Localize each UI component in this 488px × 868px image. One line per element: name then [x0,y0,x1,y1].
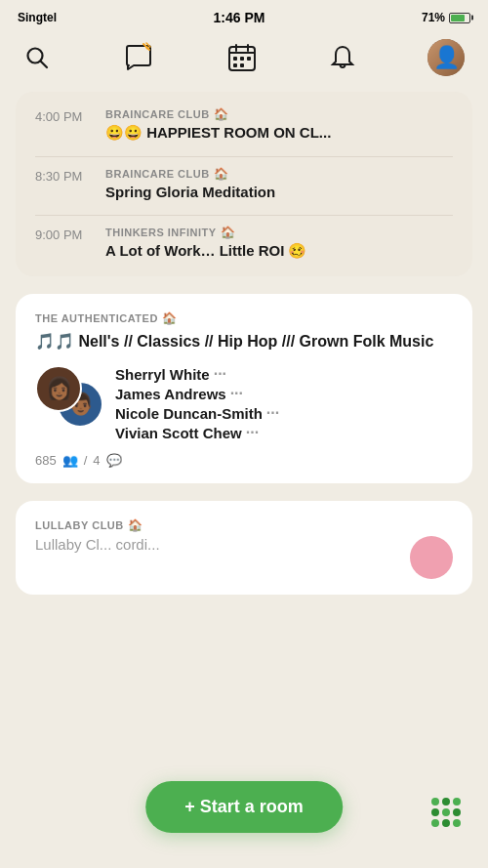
lullaby-speaker-avatar [410,536,453,579]
speakers-avatars: 👩🏾 👨🏾 [35,365,103,428]
battery-text: 71% [422,11,470,24]
room-meta: 685 👥 / 4 💬 [35,453,453,468]
calendar-button[interactable] [226,42,258,73]
dot [431,798,439,806]
speaker-name: Nicole Duncan-Smith ··· [115,404,453,422]
speaker-avatar: 👩🏾 [35,365,82,412]
avatar-button[interactable] [427,39,465,76]
dot [431,808,439,816]
scheduled-room-item[interactable]: 4:00 PM BRAINCARE CLUB 🏠 😀😀 HAPPIEST ROO… [35,107,453,143]
lullaby-room-card[interactable]: LULLABY CLUB 🏠 Lullaby Cl... cordi... [16,501,472,595]
schedule-divider [35,215,453,216]
authenticated-room-card[interactable]: THE AUTHENTICATED 🏠 🎵🎵 Nell's // Classic… [16,294,472,484]
compose-button[interactable] [122,42,155,73]
start-room-button[interactable]: + Start a room [145,781,343,833]
schedule-content: BRAINCARE CLUB 🏠 😀😀 HAPPIEST ROOM ON CL.… [105,107,453,143]
dot [431,819,439,827]
schedule-club: THINKERS INFINITY 🏠 [105,226,453,239]
house-icon: 🏠 [162,311,178,325]
svg-rect-10 [233,63,237,67]
dot [442,808,450,816]
status-bar: Singtel 1:46 PM 71% [0,0,488,31]
svg-rect-9 [247,57,251,61]
house-icon: 🏠 [128,518,143,532]
schedule-club: BRAINCARE CLUB 🏠 [105,107,453,121]
svg-rect-8 [240,57,244,61]
schedule-title: A Lot of Work… Little ROI 🥴 [105,241,453,261]
lullaby-content: LULLABY CLUB 🏠 Lullaby Cl... cordi... [35,518,453,579]
speaker-dots: ··· [230,385,243,402]
time-text: 1:46 PM [214,10,265,25]
room-speakers: 👩🏾 👨🏾 Sherryl White ··· James Andrews ··… [35,365,453,443]
svg-rect-7 [233,57,237,61]
scheduled-room-item[interactable]: 8:30 PM BRAINCARE CLUB 🏠 Spring Gloria M… [35,167,453,202]
room-club: THE AUTHENTICATED 🏠 [35,311,453,325]
speakers-names: Sherryl White ··· James Andrews ··· Nico… [115,365,453,443]
schedule-divider [35,156,453,157]
speaker-name: Vivian Scott Chew ··· [115,424,453,441]
svg-rect-11 [240,63,244,67]
svg-line-1 [41,62,48,68]
schedule-time: 8:30 PM [35,167,105,184]
dot [453,819,461,827]
search-button[interactable] [23,44,51,71]
schedule-title: 😀😀 HAPPIEST ROOM ON CL... [105,123,453,143]
top-nav [0,31,488,92]
carrier-text: Singtel [18,11,57,24]
house-icon: 🏠 [221,226,236,239]
speaker-dots: ··· [214,365,226,383]
svg-point-2 [146,47,149,50]
schedule-content: THINKERS INFINITY 🏠 A Lot of Work… Littl… [105,226,453,261]
speaker-name: Sherryl White ··· [115,365,453,383]
lullaby-title: Lullaby Cl... cordi... [35,536,398,553]
dot [442,798,450,806]
scheduled-room-item[interactable]: 9:00 PM THINKERS INFINITY 🏠 A Lot of Wor… [35,226,453,261]
room-title: 🎵🎵 Nell's // Classics // Hip Hop /// Gro… [35,331,453,352]
schedule-time: 9:00 PM [35,226,105,242]
dot [453,798,461,806]
house-icon: 🏠 [214,107,229,121]
house-icon: 🏠 [214,167,229,181]
speaker-dots: ··· [246,424,259,441]
scheduled-rooms-card: 4:00 PM BRAINCARE CLUB 🏠 😀😀 HAPPIEST ROO… [16,92,472,276]
schedule-club: BRAINCARE CLUB 🏠 [105,167,453,181]
notifications-button[interactable] [329,44,356,71]
speaker-name: James Andrews ··· [115,385,453,402]
dot [442,819,450,827]
dot [453,808,461,816]
schedule-content: BRAINCARE CLUB 🏠 Spring Gloria Meditatio… [105,167,453,202]
schedule-title: Spring Gloria Meditation [105,183,453,202]
lullaby-club: LULLABY CLUB 🏠 [35,518,398,532]
speaker-dots: ··· [266,404,279,422]
schedule-time: 4:00 PM [35,107,105,124]
dots-grid [431,798,461,827]
